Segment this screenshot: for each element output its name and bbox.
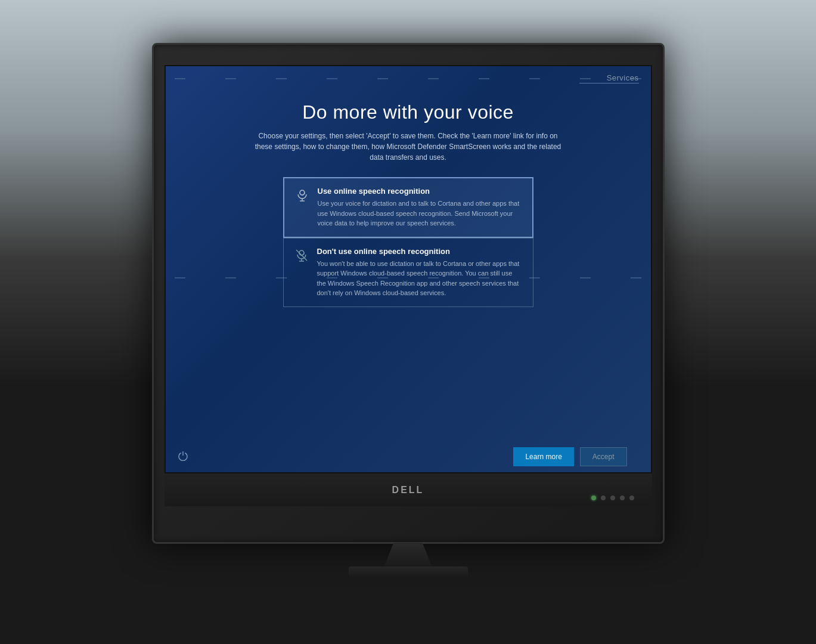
option-dont-use-online-text: Don't use online speech recognition You … [317,247,523,298]
bottom-buttons: Learn more Accept [513,447,626,466]
dash [175,277,185,278]
monitor-base [349,566,468,577]
services-underline [579,83,639,83]
dashes-row-mid [166,277,651,278]
control-btn-4[interactable] [629,496,634,500]
option-dont-use-online-title: Don't use online speech recognition [317,247,523,256]
monitor-screen: Services Do more with your voice Choose … [165,65,652,473]
control-btn-1[interactable] [601,496,606,500]
windows-setup: Services Do more with your voice Choose … [166,66,651,472]
setup-topbar: Services [166,66,651,89]
dash [225,277,236,278]
power-indicator [591,496,596,500]
dash [529,277,540,278]
services-label: Services [607,73,639,82]
power-icon [178,450,188,463]
dash [327,277,337,278]
monitor-bottom: DELL [165,473,652,506]
monitor-stand [384,543,432,566]
control-btn-3[interactable] [620,496,625,500]
page-title: Do more with your voice [302,101,514,123]
learn-more-button[interactable]: Learn more [513,447,573,466]
option-use-online[interactable]: Use online speech recognition Use your v… [283,177,533,238]
dash [580,277,591,278]
monitor-bezel-top [165,55,652,65]
dash [276,277,287,278]
dash [631,277,641,278]
dash [377,277,388,278]
option-use-online-desc: Use your voice for dictation and to talk… [318,199,523,228]
option-use-online-text: Use online speech recognition Use your v… [318,187,523,228]
setup-content: Do more with your voice Choose your sett… [166,89,651,441]
option-dont-use-online[interactable]: Don't use online speech recognition You … [283,238,533,307]
subtitle-text: Choose your settings, then select 'Accep… [253,131,563,163]
dash [428,277,439,278]
options-container: Use online speech recognition Use your v… [283,177,533,307]
monitor-controls [591,496,634,500]
control-btn-2[interactable] [610,496,615,500]
dash [479,277,489,278]
speech-off-icon [293,247,310,264]
option-use-online-title: Use online speech recognition [318,187,523,196]
speech-icon [294,187,311,203]
dell-logo: DELL [392,485,424,496]
monitor: Services Do more with your voice Choose … [152,43,665,544]
photo-frame: Services Do more with your voice Choose … [0,0,816,644]
accept-button[interactable]: Accept [580,447,627,466]
setup-bottom: Learn more Accept [166,441,651,472]
